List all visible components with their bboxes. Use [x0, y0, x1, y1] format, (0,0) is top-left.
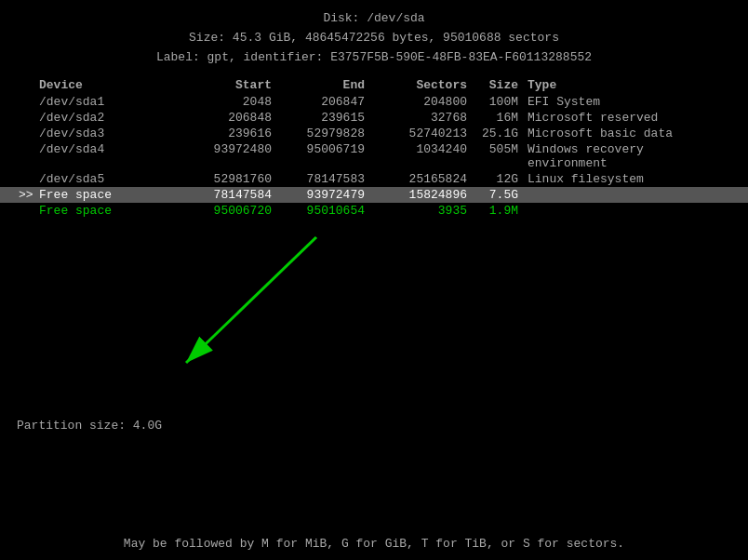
col-header-start: Start	[169, 78, 272, 92]
table-row[interactable]: /dev/sda12048206847204800100MEFI System	[0, 94, 748, 110]
partition-table: /dev/sda12048206847204800100MEFI System/…	[0, 94, 748, 219]
row-start: 239616	[169, 127, 272, 140]
row-start: 95006720	[169, 204, 272, 218]
row-sectors: 32768	[365, 111, 467, 125]
row-type	[518, 204, 729, 218]
col-header-sectors: Sectors	[365, 78, 467, 92]
row-device: /dev/sda1	[39, 95, 169, 109]
row-end: 78147583	[272, 172, 365, 186]
col-header-end: End	[272, 78, 365, 92]
disk-label-info: Label: gpt, identifier: E3757F5B-590E-48…	[0, 48, 748, 68]
row-end: 95006719	[272, 142, 365, 170]
table-row[interactable]: /dev/sda22068482396153276816MMicrosoft r…	[0, 110, 748, 126]
col-header-type: Type	[518, 78, 729, 92]
arrow-indicator	[112, 219, 372, 386]
row-end: 206847	[272, 95, 365, 109]
row-start: 206848	[169, 111, 272, 125]
disk-size-info: Size: 45.3 GiB, 48645472256 bytes, 95010…	[0, 29, 748, 48]
row-prefix: >>	[19, 188, 39, 202]
row-type: Windows recovery environment	[518, 142, 729, 170]
row-type: EFI System	[518, 95, 729, 109]
col-header-device: Device	[39, 78, 169, 92]
row-prefix	[19, 204, 39, 218]
row-sectors: 204800	[365, 95, 467, 109]
row-size: 1.9M	[467, 204, 518, 218]
table-row[interactable]: /dev/sda552981760781475832516582412GLinu…	[0, 171, 748, 187]
table-row[interactable]: /dev/sda3239616529798285274021325.1GMicr…	[0, 126, 748, 141]
table-row[interactable]: >>Free space7814758493972479158248967.5G	[0, 187, 748, 203]
table-row[interactable]: /dev/sda493972480950067191034240505MWind…	[0, 141, 748, 171]
row-size: 7.5G	[467, 188, 518, 202]
row-device: /dev/sda5	[39, 172, 169, 186]
disk-header: Disk: /dev/sda Size: 45.3 GiB, 486454722…	[0, 9, 748, 67]
row-size: 25.1G	[467, 127, 518, 140]
row-start: 93972480	[169, 142, 272, 170]
partition-size-label: Partition size: 4.0G	[17, 419, 162, 433]
table-row[interactable]: Free space950067209501065439351.9M	[0, 203, 748, 219]
row-device: /dev/sda4	[39, 142, 169, 170]
disk-title: Disk: /dev/sda	[0, 9, 748, 29]
footer-hint: May be followed by M for MiB, G for GiB,…	[0, 537, 748, 551]
row-prefix	[19, 127, 39, 140]
row-device: /dev/sda2	[39, 111, 169, 125]
row-type	[518, 188, 729, 202]
row-device: Free space	[39, 204, 169, 218]
row-prefix	[19, 142, 39, 170]
row-end: 239615	[272, 111, 365, 125]
terminal-screen: Disk: /dev/sda Size: 45.3 GiB, 486454722…	[0, 0, 748, 560]
prefix-spacer	[19, 78, 39, 92]
row-type: Microsoft basic data	[518, 127, 729, 140]
row-prefix	[19, 111, 39, 125]
row-start: 2048	[169, 95, 272, 109]
row-end: 95010654	[272, 204, 365, 218]
svg-line-1	[186, 237, 316, 363]
row-sectors: 25165824	[365, 172, 467, 186]
row-size: 505M	[467, 142, 518, 170]
row-sectors: 52740213	[365, 127, 467, 140]
row-start: 78147584	[169, 188, 272, 202]
row-size: 12G	[467, 172, 518, 186]
row-sectors: 1034240	[365, 142, 467, 170]
row-prefix	[19, 95, 39, 109]
row-size: 100M	[467, 95, 518, 109]
row-type: Linux filesystem	[518, 172, 729, 186]
row-sectors: 15824896	[365, 188, 467, 202]
row-device: /dev/sda3	[39, 127, 169, 140]
row-size: 16M	[467, 111, 518, 125]
row-end: 93972479	[272, 188, 365, 202]
table-header-row: Device Start End Sectors Size Type	[0, 76, 748, 94]
row-sectors: 3935	[365, 204, 467, 218]
row-prefix	[19, 172, 39, 186]
col-header-size: Size	[467, 78, 518, 92]
row-type: Microsoft reserved	[518, 111, 729, 125]
row-end: 52979828	[272, 127, 365, 140]
row-start: 52981760	[169, 172, 272, 186]
row-device: Free space	[39, 188, 169, 202]
